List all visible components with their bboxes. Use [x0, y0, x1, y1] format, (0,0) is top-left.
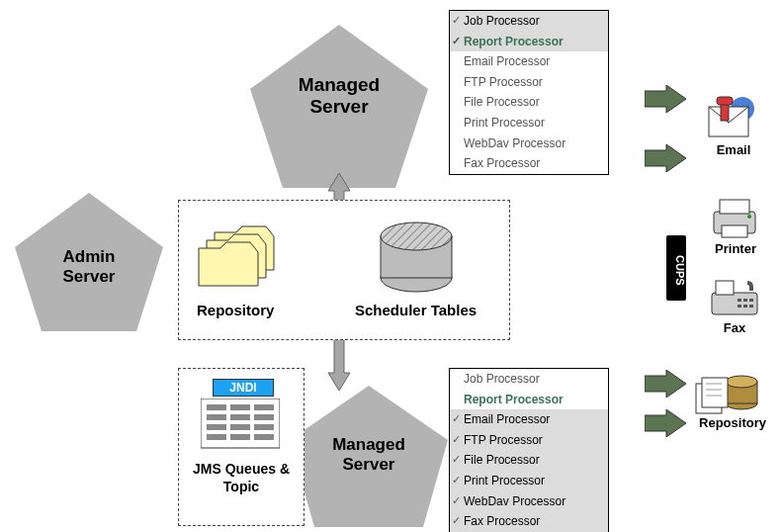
email-label: Email — [702, 142, 765, 157]
processors-top-item-1: Report Processor — [450, 32, 608, 52]
arrow-email — [645, 85, 686, 113]
svg-rect-24 — [254, 434, 274, 440]
svg-rect-19 — [207, 424, 226, 430]
fax-icon — [708, 277, 762, 320]
svg-rect-39 — [738, 299, 741, 302]
printer-label: Printer — [704, 241, 767, 256]
repository-icon — [197, 217, 291, 296]
svg-rect-40 — [743, 299, 747, 302]
processors-top-item-5: Print Processor — [450, 113, 608, 133]
processors-bottom-item-2: Email Processor — [450, 409, 608, 430]
repository-label: Repository — [197, 302, 274, 318]
printer-icon — [708, 198, 762, 241]
svg-rect-14 — [230, 404, 250, 410]
email-icon — [707, 95, 758, 140]
processors-bottom-item-0: Job Processor — [450, 369, 608, 390]
arrow-repo-2 — [645, 409, 686, 437]
svg-rect-13 — [207, 404, 226, 410]
svg-rect-23 — [230, 434, 250, 440]
managed-server-top-label: Managed Server — [275, 74, 403, 118]
svg-rect-41 — [749, 299, 753, 302]
processors-top-box: Job ProcessorReport ProcessorEmail Proce… — [449, 10, 609, 175]
svg-rect-22 — [207, 434, 226, 440]
svg-marker-6 — [199, 242, 258, 286]
svg-rect-35 — [722, 225, 747, 237]
processors-bottom-item-1: Report Processor — [450, 390, 608, 410]
diagram-root: Admin Server Managed Server Managed Serv… — [0, 0, 782, 532]
jndi-header: JNDI — [213, 379, 274, 397]
jms-queue-icon — [201, 399, 280, 453]
jms-label: JMS Queues & Topic — [179, 460, 304, 495]
svg-rect-15 — [254, 404, 274, 410]
svg-rect-32 — [717, 97, 733, 105]
svg-point-36 — [747, 215, 751, 219]
svg-marker-26 — [645, 144, 686, 172]
cups-label: CUPS — [666, 235, 686, 301]
svg-rect-20 — [230, 424, 250, 430]
jms-box: JNDI JMS Queues & Topic — [178, 368, 304, 526]
processors-top-item-3: FTP Processor — [450, 72, 608, 93]
processors-top-item-6: WebDav Processor — [450, 133, 608, 154]
svg-rect-44 — [749, 305, 753, 308]
processors-bottom-item-6: WebDav Processor — [450, 491, 608, 512]
arrow-printer — [645, 144, 686, 172]
processors-bottom-item-4: File Processor — [450, 450, 608, 471]
processors-top-item-4: File Processor — [450, 92, 608, 113]
admin-server-label: Admin Server — [35, 247, 143, 287]
svg-rect-43 — [743, 305, 747, 308]
processors-top-item-7: Fax Processor — [450, 153, 608, 174]
repository-output-icon — [692, 368, 761, 417]
processors-bottom-item-5: Print Processor — [450, 471, 608, 491]
svg-point-47 — [726, 376, 757, 388]
managed-server-bottom-label: Managed Server — [306, 435, 431, 475]
processors-top-item-0: Job Processor — [450, 11, 608, 32]
processors-bottom-box: Job ProcessorReport ProcessorEmail Proce… — [449, 368, 609, 532]
svg-marker-28 — [645, 409, 686, 437]
svg-rect-21 — [254, 424, 274, 430]
svg-rect-34 — [720, 200, 749, 214]
svg-marker-27 — [645, 370, 686, 398]
svg-rect-37 — [712, 293, 757, 314]
fax-label: Fax — [710, 320, 759, 335]
repository-output-label: Repository — [690, 415, 775, 430]
scheduler-tables-label: Scheduler Tables — [355, 302, 477, 318]
arrow-repo-1 — [645, 370, 686, 398]
svg-rect-18 — [254, 414, 274, 420]
scheduler-tables-icon — [377, 219, 456, 296]
processors-bottom-item-7: Fax Processor — [450, 511, 608, 532]
svg-marker-25 — [645, 85, 686, 113]
processors-top-item-2: Email Processor — [450, 51, 608, 72]
svg-rect-17 — [230, 414, 250, 420]
processors-bottom-item-3: FTP Processor — [450, 430, 608, 451]
svg-rect-49 — [702, 378, 728, 407]
svg-rect-16 — [207, 414, 226, 420]
svg-rect-38 — [716, 281, 734, 295]
shared-resources-box: Repository Scheduler Tables — [178, 200, 510, 340]
svg-rect-42 — [738, 305, 741, 308]
svg-point-11 — [381, 222, 452, 250]
